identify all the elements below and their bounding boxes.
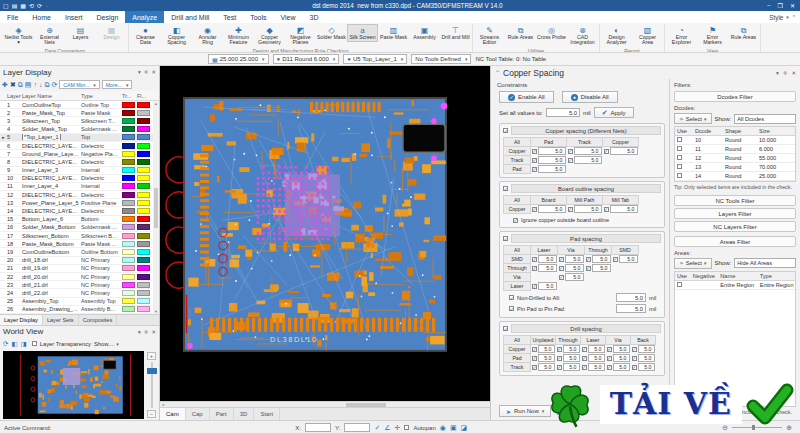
view-tab-3d[interactable]: 3D xyxy=(234,408,255,420)
menu-tab-tools[interactable]: Tools xyxy=(243,11,273,23)
layer-trace-color-swatch[interactable] xyxy=(122,290,135,296)
layer-row[interactable]: 11Inner_Layer_4Internal xyxy=(0,183,159,191)
wv-slider-minus-button[interactable]: – xyxy=(147,410,156,418)
layer-flash-color-swatch[interactable] xyxy=(137,257,150,263)
add-layer-icon[interactable]: ✚ xyxy=(2,81,8,89)
layer-flash-color-swatch[interactable] xyxy=(137,151,150,157)
layer-row[interactable]: 3Silkscreen_TopSilkscreen T... xyxy=(0,117,159,125)
layer-trace-color-swatch[interactable] xyxy=(122,126,135,132)
set-all-input[interactable]: 5.0 xyxy=(546,108,580,117)
extra-value-input[interactable]: 5.0 xyxy=(616,293,646,302)
layer-flash-color-swatch[interactable] xyxy=(137,298,150,304)
dcodes-filter-header[interactable]: Dcodes Filter xyxy=(674,91,796,102)
wv-zoom-out-icon[interactable]: ◨ xyxy=(21,340,27,348)
layer-trace-color-swatch[interactable] xyxy=(122,249,135,255)
spacing-value-input[interactable]: 5.0 xyxy=(538,165,566,173)
dock-menu-icon[interactable]: ▾ xyxy=(776,70,779,76)
layer-trace-color-swatch[interactable] xyxy=(122,233,135,239)
save-icon[interactable]: ▦ xyxy=(20,2,26,9)
spacing-value-input[interactable]: 5.0 xyxy=(574,147,602,155)
spacing-cell-checkbox[interactable]: ✓ xyxy=(568,158,573,163)
menu-tab-design[interactable]: Design xyxy=(89,11,125,23)
layer-flash-color-swatch[interactable] xyxy=(137,200,150,206)
layer-trace-color-swatch[interactable] xyxy=(122,159,135,165)
ribbon-button-silk-screen[interactable]: aSilk Screen xyxy=(347,24,378,42)
layer-row[interactable]: 4Solder_Mask_TopSoldermask ... xyxy=(0,126,159,134)
layer-row[interactable]: 25Assembly_TopAssembly Top xyxy=(0,298,159,306)
layer-flash-color-swatch[interactable] xyxy=(137,126,150,132)
menu-tab-file[interactable]: File xyxy=(0,11,25,23)
layer-trace-color-swatch[interactable] xyxy=(122,216,135,222)
ribbon-button-negative-planes[interactable]: ◩Negative Planes xyxy=(285,24,316,48)
menu-tab-drill-and-mill[interactable]: Drill and Mill xyxy=(164,11,216,23)
extra-value-input[interactable]: 5.0 xyxy=(616,304,646,313)
x-coordinate-input[interactable] xyxy=(305,423,331,432)
world-view-canvas[interactable] xyxy=(3,351,144,419)
spacing-value-input[interactable]: 5.0 xyxy=(565,255,584,263)
layer-row[interactable]: 19ComOutlineBottomOutline Bottom xyxy=(0,248,159,256)
spacing-value-input[interactable]: 5.0 xyxy=(613,363,630,371)
menu-tab-view[interactable]: View xyxy=(274,11,303,23)
dock-pin-icon[interactable]: ✛ xyxy=(783,70,788,76)
ribbon-button-cross-probe[interactable]: ◎Cross Probe xyxy=(536,24,567,42)
layer-flash-color-swatch[interactable] xyxy=(137,274,150,280)
panel-close-icon[interactable]: ✕ xyxy=(151,69,156,75)
ribbon-button-streams-editor[interactable]: ✎Streams Editor xyxy=(474,24,505,48)
layer-flash-color-swatch[interactable] xyxy=(137,134,150,140)
layer-flash-color-swatch[interactable] xyxy=(137,216,150,222)
ribbon-button-paste-mask[interactable]: ▥Paste Mask xyxy=(378,24,409,42)
spacing-value-input[interactable]: 5.0 xyxy=(638,363,655,371)
spacing-cell-checkbox[interactable]: ✓ xyxy=(632,347,637,352)
spacing-cell-checkbox[interactable]: ✓ xyxy=(607,356,612,361)
spacing-cell-checkbox[interactable]: ✓ xyxy=(582,356,587,361)
layer-trace-color-swatch[interactable] xyxy=(122,118,135,124)
layer-row[interactable]: 1ComOutlineTopOutline Top xyxy=(0,101,159,109)
refresh-icon[interactable]: ⟳ xyxy=(51,81,57,89)
spacing-value-input[interactable]: 5.0 xyxy=(613,354,630,362)
ribbon-button-external-nets[interactable]: ⊕External Nets xyxy=(34,24,65,48)
layer-flash-color-swatch[interactable] xyxy=(137,290,150,296)
spacing-value-input[interactable]: 5.0 xyxy=(538,345,555,353)
spacing-cell-checkbox[interactable]: ✓ xyxy=(532,158,537,163)
layer-row[interactable]: ▸5*Top_Layer_1Top xyxy=(0,134,159,142)
layer-flash-color-swatch[interactable] xyxy=(137,118,150,124)
copy-layer-icon[interactable]: ⧉ xyxy=(18,81,23,89)
layer-row[interactable]: 16Solder_Mask_BottomSoldermask ... xyxy=(0,224,159,232)
areas-filter-header[interactable]: Areas Filter xyxy=(674,236,796,247)
spacing-value-input[interactable]: 5.0 xyxy=(588,345,605,353)
menu-tab-insert[interactable]: Insert xyxy=(58,11,90,23)
spacing-cell-checkbox[interactable]: ✓ xyxy=(632,356,637,361)
new-file-icon[interactable]: ▢ xyxy=(3,2,9,9)
ribbon-button-drill-and-mill[interactable]: ⊤Drill and Mill xyxy=(440,24,471,42)
ribbon-button-rule-areas[interactable]: ⧉Rule Areas xyxy=(505,24,536,42)
ribbon-button-cleanse-data[interactable]: ●Cleanse Data xyxy=(130,24,161,48)
dcodes-show-combo[interactable]: All Dcodes xyxy=(734,114,796,124)
layer-flash-color-swatch[interactable] xyxy=(137,110,150,116)
view-tab-cap[interactable]: Cap xyxy=(186,408,210,420)
dcode-use-checkbox[interactable] xyxy=(677,146,682,151)
spacing-cell-checkbox[interactable]: ✓ xyxy=(532,257,537,262)
layer-trace-color-swatch[interactable] xyxy=(122,274,135,280)
spacing-value-input[interactable]: 5.0 xyxy=(563,345,580,353)
layer-scrollbar[interactable]: ▲▼ xyxy=(153,101,159,314)
layer-trace-color-swatch[interactable] xyxy=(122,265,135,271)
layer-combo[interactable]: ● U5 Top_Layer_1 ▾ xyxy=(343,54,407,64)
menu-tab-analyze[interactable]: Analyze xyxy=(125,11,164,23)
layer-trace-color-swatch[interactable] xyxy=(122,241,135,247)
style-selector[interactable]: Style ▾ ⌃ xyxy=(769,11,800,23)
layer-trace-color-swatch[interactable] xyxy=(122,306,135,312)
layer-flash-color-swatch[interactable] xyxy=(137,249,150,255)
spacing-value-input[interactable]: 5.0 xyxy=(588,363,605,371)
ribbon-button-annular-ring[interactable]: ◉Annular Ring xyxy=(192,24,223,48)
ribbon-button-solder-mask[interactable]: ◇Solder Mask xyxy=(316,24,347,42)
style-dropdown-icon[interactable]: ▾ xyxy=(786,14,789,20)
spacing-cell-checkbox[interactable]: ✓ xyxy=(604,149,609,154)
layer-flash-color-swatch[interactable] xyxy=(137,102,150,108)
layer-row[interactable]: 21drill_19.drlNC Primary xyxy=(0,265,159,273)
y-coordinate-input[interactable] xyxy=(344,423,370,432)
dcode-row[interactable]: 10Round10.000 xyxy=(675,136,795,145)
layer-row[interactable]: 26Assembly_Drawing_...Assembly B... xyxy=(0,306,159,314)
spacing-value-input[interactable]: 5.0 xyxy=(538,147,566,155)
dock-close-icon[interactable]: ✕ xyxy=(791,70,796,76)
move-down-icon[interactable]: ↓ xyxy=(39,81,43,88)
